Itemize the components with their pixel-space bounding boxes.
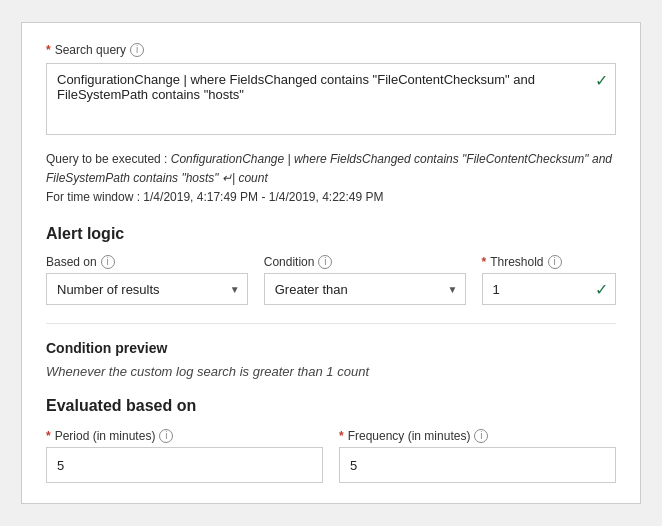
threshold-field: * Threshold i ✓ <box>482 255 617 305</box>
period-input[interactable] <box>46 447 323 483</box>
frequency-info-icon[interactable]: i <box>474 429 488 443</box>
query-preview-time-window: For time window : 1/4/2019, 4:17:49 PM -… <box>46 190 384 204</box>
frequency-label: * Frequency (in minutes) i <box>339 429 616 443</box>
search-query-input[interactable] <box>46 63 616 135</box>
frequency-field: * Frequency (in minutes) i <box>339 429 616 483</box>
based-on-label: Based on i <box>46 255 248 269</box>
period-label: * Period (in minutes) i <box>46 429 323 443</box>
based-on-label-text: Based on <box>46 255 97 269</box>
based-on-field: Based on i Number of results Metric meas… <box>46 255 248 305</box>
threshold-label-text: Threshold <box>490 255 543 269</box>
condition-preview-text: Whenever the custom log search is greate… <box>46 364 616 379</box>
threshold-check-icon: ✓ <box>595 280 608 299</box>
alert-logic-fields-row: Based on i Number of results Metric meas… <box>46 255 616 305</box>
required-star-frequency: * <box>339 429 344 443</box>
threshold-label: * Threshold i <box>482 255 617 269</box>
based-on-select-wrapper: Number of results Metric measurement ▼ <box>46 273 248 305</box>
search-query-info-icon[interactable]: i <box>130 43 144 57</box>
period-field: * Period (in minutes) i <box>46 429 323 483</box>
alert-logic-title: Alert logic <box>46 225 616 243</box>
search-query-check-icon: ✓ <box>595 71 608 90</box>
query-preview-prefix: Query to be executed : <box>46 152 171 166</box>
based-on-info-icon[interactable]: i <box>101 255 115 269</box>
required-star-threshold: * <box>482 255 487 269</box>
search-query-label: * Search query i <box>46 43 616 57</box>
threshold-info-icon[interactable]: i <box>548 255 562 269</box>
frequency-input[interactable] <box>339 447 616 483</box>
condition-label-text: Condition <box>264 255 315 269</box>
condition-preview-label: Condition preview <box>46 340 616 356</box>
frequency-label-text: Frequency (in minutes) <box>348 429 471 443</box>
divider <box>46 323 616 324</box>
evaluated-title: Evaluated based on <box>46 397 616 415</box>
condition-field: Condition i Greater than Less than Equal… <box>264 255 466 305</box>
query-preview-block: Query to be executed : ConfigurationChan… <box>46 150 616 208</box>
period-info-icon[interactable]: i <box>159 429 173 443</box>
period-label-text: Period (in minutes) <box>55 429 156 443</box>
required-star-search: * <box>46 43 51 57</box>
search-query-text: Search query <box>55 43 126 57</box>
condition-label: Condition i <box>264 255 466 269</box>
condition-info-icon[interactable]: i <box>318 255 332 269</box>
based-on-select[interactable]: Number of results Metric measurement <box>46 273 248 305</box>
condition-select[interactable]: Greater than Less than Equal to <box>264 273 466 305</box>
required-star-period: * <box>46 429 51 443</box>
main-card: * Search query i ✓ Query to be executed … <box>21 22 641 505</box>
search-query-wrapper: ✓ <box>46 63 616 138</box>
threshold-input-wrapper: ✓ <box>482 273 617 305</box>
evaluated-fields-row: * Period (in minutes) i * Frequency (in … <box>46 429 616 483</box>
condition-select-wrapper: Greater than Less than Equal to ▼ <box>264 273 466 305</box>
